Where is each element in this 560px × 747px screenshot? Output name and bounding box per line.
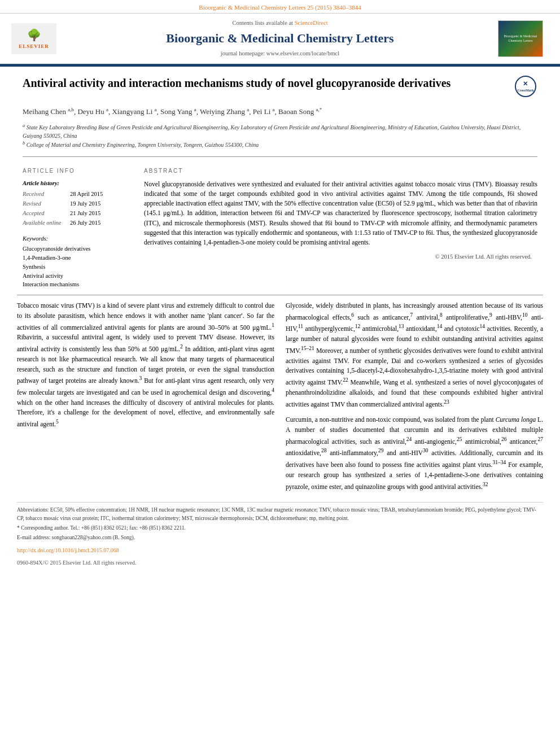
journal-cover-image: Bioorganic & Medicinal Chemistry Letters	[498, 20, 543, 57]
ref-22: 22	[343, 377, 348, 383]
article-title: Antiviral activity and interaction mecha…	[23, 76, 509, 90]
email-footnote: E-mail address: songbaoan228@yahoo.com (…	[17, 534, 543, 541]
journal-cover-text: Bioorganic & Medicinal Chemistry Letters	[500, 34, 541, 43]
received-label: Received	[23, 190, 68, 199]
elsevier-name-text: ELSEVIER	[19, 43, 49, 50]
header-right: Bioorganic & Medicinal Chemistry Letters	[498, 20, 549, 57]
ref-6: 6	[351, 312, 354, 318]
ref-27: 27	[537, 436, 543, 442]
ref-29: 29	[378, 448, 384, 454]
body-left-col: Tobacco mosaic virus (TMV) is a kind of …	[17, 301, 274, 497]
ref-8: 8	[440, 312, 443, 318]
ref-10: 10	[522, 312, 528, 318]
affiliation-b: b College of Material and Chemistry Engi…	[23, 140, 537, 149]
sup-g: a,*	[316, 107, 322, 112]
body-text-area: Tobacco mosaic virus (TMV) is a kind of …	[0, 301, 560, 497]
elsevier-tree-icon: 🌳	[27, 27, 41, 43]
body-p3-text: Curcumin, a non-nutritive and non-toxic …	[286, 416, 543, 490]
affiliation-a: a State Key Laboratory Breeding Base of …	[23, 123, 537, 140]
sup-a: a,b	[68, 107, 74, 112]
sup-d: a	[194, 107, 196, 112]
sup-b: a	[106, 107, 108, 112]
article-history-title: Article history:	[23, 180, 121, 188]
aff-sup-b: b	[23, 141, 25, 146]
sciencedirect-link[interactable]: ScienceDirect	[295, 20, 328, 26]
accepted-label: Accepted	[23, 209, 68, 219]
contents-link: Contents lists available at ScienceDirec…	[73, 19, 487, 28]
ref-28: 28	[321, 448, 327, 454]
body-p2-text: Glycoside, widely distributed in plants,…	[286, 302, 543, 407]
article-history-table: Received 28 April 2015 Revised 19 July 2…	[23, 190, 121, 228]
header-center: Contents lists available at ScienceDirec…	[62, 19, 498, 58]
ref-9: 9	[489, 312, 492, 318]
ref-13: 13	[399, 324, 404, 330]
doi-url[interactable]: http://dx.doi.org/10.1016/j.bmcl.2015.07…	[17, 547, 119, 553]
ref-30: 30	[423, 448, 428, 454]
keywords-title: Keywords:	[23, 235, 121, 243]
article-info-label: ARTICLE INFO	[23, 167, 121, 175]
ref-5: 5	[56, 418, 59, 425]
body-right-col: Glycoside, widely distributed in plants,…	[286, 301, 543, 497]
abstract-col: ABSTRACT Novel glucopyranoside derivativ…	[138, 161, 543, 289]
sup-f: a	[273, 107, 275, 112]
body-paragraph-1: Tobacco mosaic virus (TMV) is a kind of …	[17, 301, 274, 430]
ref-23: 23	[444, 399, 449, 405]
accepted-row: Accepted 21 July 2015	[23, 209, 121, 219]
authors-line: Meihang Chen a,b, Deyu Hu a, Xiangyang L…	[0, 103, 560, 121]
affiliation-a-text: State Key Laboratory Breeding Base of Gr…	[23, 124, 520, 139]
online-label: Available online	[23, 219, 68, 228]
ref-32: 32	[483, 481, 488, 487]
revised-date: 19 July 2015	[70, 199, 100, 209]
ref-4: 4	[272, 387, 274, 393]
crossmark-x: ✕	[517, 80, 533, 88]
copyright-line: © 2015 Elsevier Ltd. All rights reserved…	[144, 253, 537, 261]
revised-label: Revised	[23, 199, 68, 209]
affiliations: a State Key Laboratory Breeding Base of …	[0, 120, 560, 152]
ref-15-21: 15–21	[301, 345, 314, 351]
ref-2: 2	[180, 343, 183, 350]
ref-12: 12	[355, 324, 361, 330]
ref-11: 11	[298, 324, 303, 330]
thin-rule-2	[17, 295, 543, 295]
elsevier-logo-area: 🌳 ELSEVIER	[11, 23, 62, 54]
corresponding-footnote: * Corresponding author. Tel.: +86 (851) …	[17, 524, 543, 532]
abstract-text: Novel glucopyranoside derivatives were s…	[144, 180, 537, 248]
article-info-col: ARTICLE INFO Article history: Received 2…	[17, 161, 127, 289]
ref-26: 26	[501, 436, 507, 442]
received-date: 28 April 2015	[70, 190, 103, 199]
page: Bioorganic & Medicinal Chemistry Letters…	[0, 0, 560, 747]
elsevier-image: 🌳 ELSEVIER	[11, 23, 56, 54]
abbreviations-footnote: Abbreviations: EC50, 50% effective conce…	[17, 506, 543, 522]
crossmark-label: CrossMark	[517, 88, 533, 93]
abstract-label: ABSTRACT	[144, 167, 537, 175]
accepted-date: 21 July 2015	[70, 209, 100, 219]
ref-24: 24	[406, 436, 412, 442]
online-row: Available online 26 July 2015	[23, 219, 121, 228]
authors-text: Meihang Chen a,b, Deyu Hu a, Xiangyang L…	[23, 107, 322, 116]
online-date: 26 July 2015	[70, 219, 100, 228]
journal-header: 🌳 ELSEVIER Contents lists available at S…	[0, 14, 560, 64]
aff-sup-a: a	[23, 123, 25, 128]
body-p1-text: Tobacco mosaic virus (TMV) is a kind of …	[17, 302, 274, 427]
keyword-2: 1,4-Pentadien-3-one	[23, 254, 121, 263]
citation-bar: Bioorganic & Medicinal Chemistry Letters…	[0, 0, 560, 14]
received-row: Received 28 April 2015	[23, 190, 121, 199]
ref-14b: 14	[480, 324, 485, 330]
info-abstract-section: ARTICLE INFO Article history: Received 2…	[0, 161, 560, 289]
issn-info: 0960-894X/© 2015 Elsevier Ltd. All right…	[0, 558, 560, 568]
keyword-3: Synthesis	[23, 263, 121, 272]
article-title-section: Antiviral activity and interaction mecha…	[0, 67, 560, 103]
keyword-1: Glucopyranoside derivatives	[23, 244, 121, 254]
sup-e: a	[247, 107, 249, 112]
ref-3: 3	[139, 375, 142, 381]
revised-row: Revised 19 July 2015	[23, 199, 121, 209]
ref-1: 1	[272, 322, 274, 328]
plant-name: Curcuma longa	[496, 416, 536, 423]
crossmark-badge: ✕ CrossMark	[515, 76, 537, 98]
contents-text: Contents lists available at	[232, 20, 293, 26]
crossmark-circle: ✕ CrossMark	[515, 76, 536, 97]
body-paragraph-3: Curcumin, a non-nutritive and non-toxic …	[286, 415, 543, 492]
ref-7: 7	[410, 312, 413, 318]
sup-c: a	[155, 107, 157, 112]
body-paragraph-2: Glycoside, widely distributed in plants,…	[286, 301, 543, 409]
